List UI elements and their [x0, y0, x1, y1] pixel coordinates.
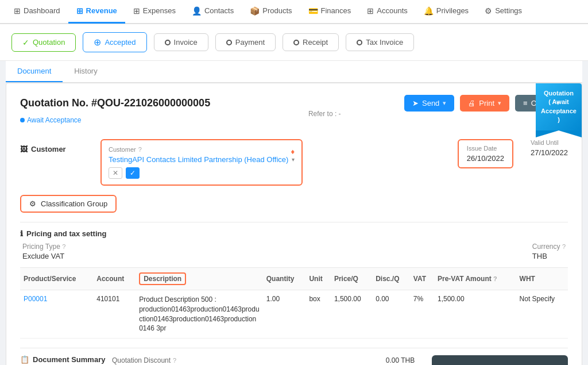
pricing-type-label: Pricing Type ?	[22, 243, 65, 251]
valid-until-field: Valid Until 27/10/2022	[531, 139, 568, 168]
net-total-value: 1,605.00	[482, 362, 531, 365]
pre-vat-info-icon: ?	[493, 275, 497, 282]
cell-product: P00001	[20, 290, 93, 339]
th-unit: Unit	[305, 268, 330, 290]
nav-accounts[interactable]: ⊞ Accounts	[359, 0, 415, 24]
customer-confirm-button[interactable]: ✓	[126, 167, 140, 179]
radio-icon	[293, 40, 299, 45]
print-icon: 🖨	[468, 99, 475, 107]
radio-icon	[357, 40, 362, 45]
nav-products[interactable]: 📦 Products	[242, 0, 300, 24]
refer-to-row: Refer to : -	[308, 110, 341, 118]
th-pre-vat: Pre-VAT Amount ?	[434, 268, 516, 290]
issue-date-value: 26/10/2022	[467, 154, 504, 163]
nav-dashboard[interactable]: ⊞ Dashboard	[6, 0, 68, 24]
step-payment[interactable]: Payment	[215, 33, 276, 51]
plus-icon: ⊕	[94, 37, 101, 48]
nav-privileges[interactable]: 🔔 Privileges	[416, 0, 477, 24]
accounts-icon: ⊞	[367, 6, 374, 16]
pricing-header: ℹ Pricing and tax setting	[20, 229, 568, 238]
status-await-acceptance: Await Acceptance	[20, 116, 82, 124]
cell-price: 1,500.00	[331, 290, 372, 339]
date-fields-group: Issue Date 26/10/2022 Valid Until 27/10/…	[458, 139, 568, 168]
customer-value: TestingAPI Contacts Limited Partnership …	[109, 155, 288, 164]
await-dot	[20, 118, 25, 122]
step-accepted[interactable]: ⊕ Accepted	[83, 32, 146, 52]
send-icon: ➤	[412, 99, 419, 107]
th-product: Product/Service	[20, 268, 93, 290]
cell-unit: box	[305, 290, 330, 339]
th-wht: WHT	[516, 268, 568, 290]
contacts-icon: 👤	[192, 6, 202, 16]
customer-clear-button[interactable]: ✕	[109, 167, 122, 179]
step-quotation[interactable]: ✓ Quotation	[11, 33, 76, 52]
document-card: Quotation ( Await Acceptance ) Quotation…	[6, 83, 582, 365]
option-dropdown-arrow[interactable]: ▾	[556, 99, 560, 107]
send-dropdown-arrow[interactable]: ▾	[443, 99, 446, 107]
nav-expenses[interactable]: ⊞ Expenses	[125, 0, 184, 24]
th-account: Account	[93, 268, 136, 290]
pricing-details-row: Pricing Type ? Exclude VAT Currency ? TH…	[20, 243, 568, 260]
pricing-type-value: Exclude VAT	[22, 252, 65, 260]
cell-quantity: 1.00	[263, 290, 306, 339]
customer-section-row: 🖼 Customer Customer ? ⬧ TestingAPI Conta…	[20, 139, 568, 186]
nav-revenue[interactable]: ⊞ Revenue	[68, 0, 125, 24]
expenses-icon: ⊞	[133, 6, 140, 16]
issue-date-box[interactable]: Issue Date 26/10/2022	[458, 139, 513, 168]
classification-icon: ⚙	[29, 199, 36, 208]
document-tabs: Document History	[6, 61, 582, 83]
cell-wht: Not Specify	[516, 290, 568, 339]
send-button[interactable]: ➤ Send ▾	[404, 95, 454, 112]
discount-info-icon: ?	[173, 357, 176, 364]
products-icon: 📦	[250, 6, 260, 16]
table-row: P00001 410101 Product Description 500 : …	[20, 290, 568, 339]
customer-field-label: Customer ? ⬧	[109, 146, 295, 153]
finances-icon: 💳	[308, 6, 318, 16]
nav-finances[interactable]: 💳 Finances	[300, 0, 359, 24]
step-tax-invoice[interactable]: Tax Invoice	[346, 33, 414, 51]
currency-label: Currency ?	[532, 243, 566, 251]
discount-value: 0.00 THB	[386, 356, 415, 364]
document-summary: 📋 Document Summary Quotation Discount ? …	[20, 348, 568, 365]
pricing-icon: ℹ	[20, 229, 23, 238]
tab-history[interactable]: History	[63, 61, 109, 82]
th-disc: Disc./Q	[372, 268, 410, 290]
radio-icon	[165, 40, 171, 45]
cell-vat: 7%	[410, 290, 434, 339]
summary-details: Quotation Discount ? 0.00 THB VAT Exempt…	[112, 355, 415, 365]
pricing-info-icon: ?	[62, 243, 65, 250]
issue-date-label: Issue Date	[467, 145, 504, 152]
customer-action-buttons: ✕ ✓	[109, 167, 295, 179]
cell-account: 410101	[93, 290, 136, 339]
currency-field: Currency ? THB	[532, 243, 566, 260]
cell-description: Product Description 500 : production0146…	[136, 290, 263, 339]
customer-input-box[interactable]: Customer ? ⬧ TestingAPI Contacts Limited…	[100, 139, 303, 186]
th-price: Price/Q	[331, 268, 372, 290]
nav-settings[interactable]: ⚙ Settings	[477, 0, 530, 24]
net-total-box: Net Total 1,605.00 THB	[432, 355, 568, 365]
step-invoice[interactable]: Invoice	[154, 33, 208, 51]
dropdown-chevron-icon[interactable]: ▾	[292, 156, 295, 163]
valid-until-label: Valid Until	[531, 139, 568, 146]
step-receipt[interactable]: Receipt	[283, 33, 339, 51]
th-vat: VAT	[410, 268, 434, 290]
cell-disc: 0.00	[372, 290, 410, 339]
classification-group-button[interactable]: ⚙ Classification Group	[20, 195, 117, 213]
settings-icon: ⚙	[485, 6, 492, 16]
currency-value: THB	[532, 252, 566, 260]
radio-icon	[226, 40, 232, 45]
print-dropdown-arrow[interactable]: ▾	[498, 99, 501, 107]
product-table: Product/Service Account Description Quan…	[20, 267, 568, 339]
valid-until-value: 27/10/2022	[531, 148, 568, 157]
status-steps-bar: ✓ Quotation ⊕ Accepted Invoice Payment R…	[0, 24, 588, 61]
nav-contacts[interactable]: 👤 Contacts	[184, 0, 242, 24]
pricing-section: ℹ Pricing and tax setting Pricing Type ?…	[20, 222, 568, 260]
tab-document[interactable]: Document	[6, 61, 63, 82]
cell-pre-vat: 1,500.00	[434, 290, 516, 339]
print-button[interactable]: 🖨 Print ▾	[460, 95, 509, 112]
privileges-icon: 🔔	[424, 6, 434, 16]
th-quantity: Quantity	[263, 268, 306, 290]
document-header: Quotation No. #QOU-221026000000005 ➤ Sen…	[20, 95, 568, 112]
description-highlighted-header: Description	[139, 272, 186, 285]
currency-info-icon: ?	[562, 243, 566, 250]
